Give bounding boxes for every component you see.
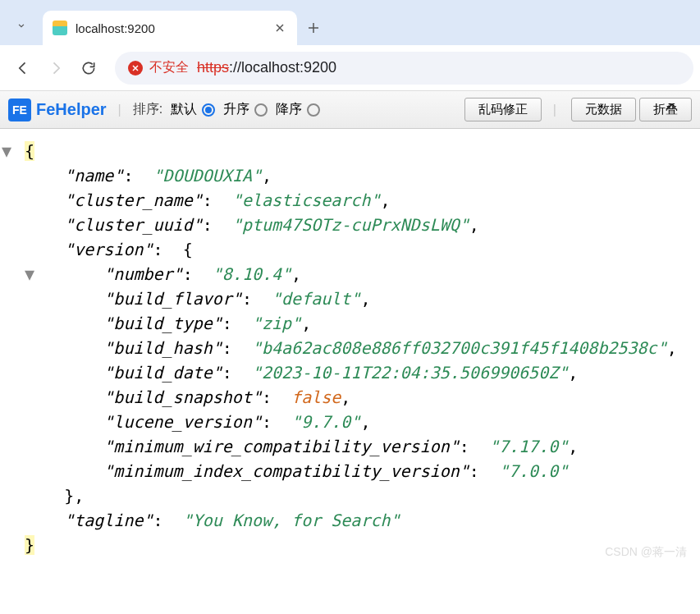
json-line: "build_type": "zip", [0,311,700,336]
chevron-down-icon [16,20,27,31]
radio-icon [254,103,268,117]
metadata-button[interactable]: 元数据 [571,98,636,121]
collapse-toggle[interactable]: ▼ [2,139,11,163]
fix-encoding-button[interactable]: 乱码修正 [464,98,542,121]
url-text: https://localhost:9200 [197,59,336,76]
sort-default-option[interactable]: 默认 [171,101,215,118]
json-line: "minimum_index_compatibility_version": "… [0,459,700,483]
tab-title: localhost:9200 [75,21,272,35]
json-line: "cluster_name": "elasticsearch", [0,188,700,213]
json-line: "name": "DOUDOUXIA", [0,163,700,188]
sort-desc-option[interactable]: 降序 [276,101,320,118]
json-line: "number": "8.10.4", [0,262,700,286]
arrow-left-icon [15,60,31,76]
collapse-toggle[interactable]: ▼ [25,262,34,286]
json-line: { [0,139,700,163]
browser-tab[interactable]: localhost:9200 [43,11,297,45]
arrow-right-icon [48,60,64,76]
json-line: "version": { [0,237,700,262]
insecure-icon [128,61,143,76]
radio-icon [202,103,215,117]
tab-strip: localhost:9200 [0,0,700,45]
address-bar[interactable]: 不安全 https://localhost:9200 [115,52,693,85]
json-line: "lucene_version": "9.7.0", [0,410,700,434]
fehelper-toolbar: FE FeHelper | 排序: 默认 升序 降序 乱码修正 | 元数据 折叠 [0,91,700,129]
fehelper-logo-icon: FE [8,99,31,121]
json-line: "build_flavor": "default", [0,286,700,311]
json-line: "minimum_wire_compatibility_version": "7… [0,434,700,459]
json-line: }, [0,483,700,508]
collapse-button[interactable]: 折叠 [639,98,692,121]
radio-icon [307,103,320,117]
tab-close-button[interactable] [272,21,287,35]
json-line: "build_hash": "b4a62ac808e886ff032700c39… [0,336,700,360]
close-icon [275,23,285,33]
insecure-label: 不安全 [149,59,189,76]
brand-label: FeHelper [36,100,107,119]
json-viewer: ▼ { "name": "DOUDOUXIA", "cluster_name":… [0,129,700,567]
new-tab-button[interactable] [297,11,330,45]
sort-label: 排序: [133,101,162,118]
json-line: "build_date": "2023-10-11T22:04:35.50699… [0,360,700,385]
json-line: "cluster_uuid": "ptum47SOTz-cuPrxNDsLWQ"… [0,213,700,237]
json-line: } [0,533,700,557]
plus-icon [307,21,320,34]
tabs-dropdown-button[interactable] [8,12,34,39]
forward-button[interactable] [39,52,72,85]
reload-icon [80,60,97,76]
watermark: CSDN @蒋一清 [605,543,687,561]
nav-bar: 不安全 https://localhost:9200 [0,45,700,91]
favicon-icon [53,21,67,35]
back-button[interactable] [7,52,39,85]
reload-button[interactable] [72,52,105,85]
json-line: "tagline": "You Know, for Search" [0,508,700,533]
json-line: "build_snapshot": false, [0,385,700,410]
sort-asc-option[interactable]: 升序 [223,101,268,118]
